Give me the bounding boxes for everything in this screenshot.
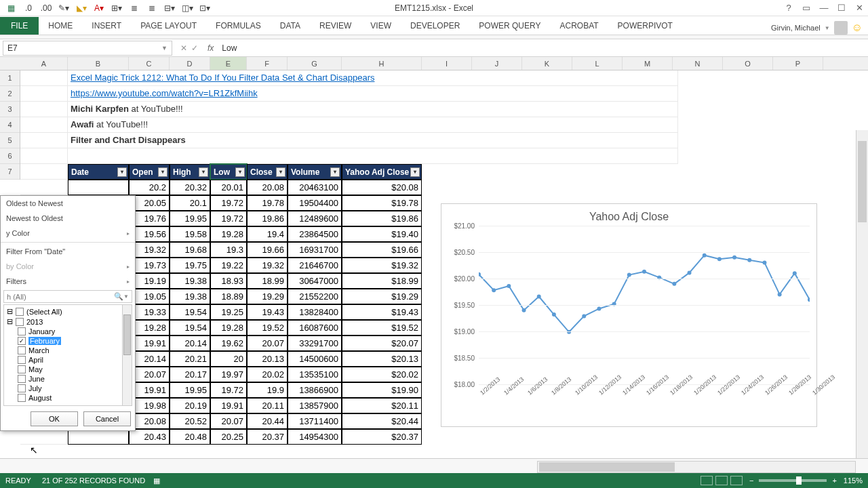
decimal2-icon[interactable]: .00 — [38, 1, 54, 15]
table-cell[interactable]: $20.13 — [342, 351, 422, 367]
table-cell[interactable]: $20.07 — [342, 336, 422, 351]
filter-icon[interactable]: ▾ — [330, 167, 340, 177]
table-cell[interactable]: 19.68 — [170, 242, 210, 258]
table-cell[interactable]: 19.62 — [210, 336, 247, 351]
filter-node-may[interactable]: May — [5, 365, 130, 374]
zoom-level[interactable]: 115% — [844, 476, 863, 485]
table-cell[interactable]: 19.28 — [210, 320, 247, 336]
ok-button[interactable]: OK — [31, 411, 78, 426]
table-cell[interactable]: $20.11 — [342, 398, 422, 413]
filter-node-june[interactable]: June — [5, 374, 130, 384]
table-cell[interactable]: 20.08 — [247, 180, 288, 195]
table-cell[interactable]: 19.38 — [170, 273, 210, 289]
table-cell[interactable]: 19.91 — [210, 398, 247, 413]
formula-bar[interactable]: Low — [218, 43, 868, 53]
filter-icon[interactable]: ▾ — [158, 167, 167, 177]
table-cell[interactable]: 23864500 — [288, 226, 342, 242]
table-header-date[interactable]: Date▾ — [68, 164, 129, 180]
name-box-dropdown-icon[interactable]: ▼ — [161, 45, 167, 52]
help-icon[interactable]: ? — [783, 3, 795, 13]
user-dropdown-icon[interactable]: ▼ — [825, 25, 830, 31]
tab-power-query[interactable]: POWER QUERY — [469, 17, 550, 35]
table-cell[interactable]: 18.89 — [210, 289, 247, 304]
table-cell[interactable]: 13828400 — [288, 304, 342, 320]
col-header-I[interactable]: I — [422, 57, 472, 70]
table-cell[interactable]: 16931700 — [288, 242, 342, 258]
font-color-icon[interactable]: A▾ — [91, 1, 107, 15]
table-cell[interactable]: 20.13 — [247, 351, 288, 367]
filter-node-april[interactable]: April — [5, 355, 130, 365]
table-cell[interactable]: 19.97 — [210, 367, 247, 382]
table-cell[interactable]: 19.66 — [247, 242, 288, 258]
table-cell[interactable]: 19.95 — [170, 382, 210, 398]
table-header-open[interactable]: Open▾ — [129, 164, 170, 180]
table-header-yahoo-adj-close[interactable]: Yahoo Adj Close▾ — [342, 164, 422, 180]
tab-review[interactable]: REVIEW — [310, 17, 361, 35]
table-cell[interactable]: 20.21 — [170, 351, 210, 367]
table-cell[interactable]: $19.29 — [342, 289, 422, 304]
table-cell[interactable]: 19.72 — [210, 382, 247, 398]
table-cell[interactable]: 19.22 — [210, 258, 247, 273]
table-cell[interactable]: 14954300 — [288, 429, 342, 445]
table-cell[interactable]: 20.07 — [210, 413, 247, 429]
table-cell[interactable]: 19.28 — [210, 226, 247, 242]
col-header-N[interactable]: N — [673, 57, 723, 70]
table-cell[interactable]: $19.78 — [342, 195, 422, 211]
table-cell[interactable]: 19.95 — [170, 211, 210, 226]
date-filters[interactable]: Filters▸ — [1, 274, 135, 289]
table-header-close[interactable]: Close▾ — [247, 164, 288, 180]
table-cell[interactable]: 13857900 — [288, 398, 342, 413]
zoom-in-icon[interactable]: + — [832, 476, 836, 485]
tab-insert[interactable]: INSERT — [82, 17, 131, 35]
col-header-E[interactable]: E — [210, 57, 247, 70]
table-cell[interactable]: 20.48 — [170, 429, 210, 445]
table-header-low[interactable]: Low▾ — [210, 164, 247, 180]
outdent-icon[interactable]: ≣ — [144, 1, 160, 15]
filter-icon[interactable]: ▾ — [117, 167, 127, 177]
file-tab[interactable]: FILE — [0, 17, 39, 35]
table-cell[interactable]: $19.43 — [342, 304, 422, 320]
table-cell[interactable]: 19.4 — [247, 226, 288, 242]
table-cell[interactable]: $19.40 — [342, 226, 422, 242]
close-icon[interactable]: ✕ — [853, 3, 865, 13]
filter-node-2013[interactable]: ⊟ 2013 — [5, 317, 130, 327]
cell-B6[interactable] — [68, 148, 678, 164]
table-cell[interactable]: 20.14 — [170, 336, 210, 351]
table-cell[interactable]: $20.02 — [342, 367, 422, 382]
table-cell[interactable]: 20.17 — [170, 367, 210, 382]
row-header-4[interactable]: 4 — [0, 117, 20, 133]
col-header-G[interactable]: G — [288, 57, 342, 70]
filter-icon[interactable]: ▾ — [276, 167, 285, 177]
tab-home[interactable]: HOME — [39, 17, 82, 35]
table-cell[interactable]: 20.37 — [247, 429, 288, 445]
table-cell[interactable]: 19.9 — [247, 382, 288, 398]
row-header-2[interactable]: 2 — [0, 86, 20, 102]
col-header-L[interactable]: L — [572, 57, 623, 70]
name-box[interactable]: E7 ▼ — [3, 41, 172, 56]
table-cell[interactable]: 19.78 — [247, 195, 288, 211]
table-cell[interactable]: 20.02 — [247, 367, 288, 382]
normal-view-icon[interactable] — [701, 476, 713, 485]
table-cell[interactable]: 16087600 — [288, 320, 342, 336]
tab-acrobat[interactable]: ACROBAT — [550, 17, 608, 35]
table-cell[interactable]: 30647000 — [288, 273, 342, 289]
filter-icon[interactable]: ▾ — [199, 167, 208, 177]
col-header-J[interactable]: J — [472, 57, 522, 70]
table-cell[interactable]: 19.43 — [247, 304, 288, 320]
filter-node-august[interactable]: August — [5, 393, 130, 403]
borders-icon[interactable]: ⊞▾ — [108, 1, 125, 15]
col-header-C[interactable]: C — [129, 57, 170, 70]
maximize-icon[interactable]: ☐ — [835, 3, 848, 13]
search-icon[interactable]: 🔍 — [114, 292, 123, 301]
filter-icon[interactable]: ▾ — [410, 167, 420, 177]
paint-icon[interactable]: ✎▾ — [56, 1, 72, 15]
table-cell[interactable]: $19.90 — [342, 382, 422, 398]
feedback-icon[interactable]: ☺ — [852, 22, 863, 34]
table-cell[interactable]: 19.72 — [210, 195, 247, 211]
table-cell[interactable]: 13535100 — [288, 367, 342, 382]
zoom-out-icon[interactable]: − — [749, 476, 753, 485]
table-cell[interactable]: 20.1 — [170, 195, 210, 211]
view-buttons[interactable] — [701, 476, 743, 485]
sort-by-color[interactable]: y Color▸ — [1, 226, 135, 241]
table-cell[interactable]: 19.54 — [170, 320, 210, 336]
